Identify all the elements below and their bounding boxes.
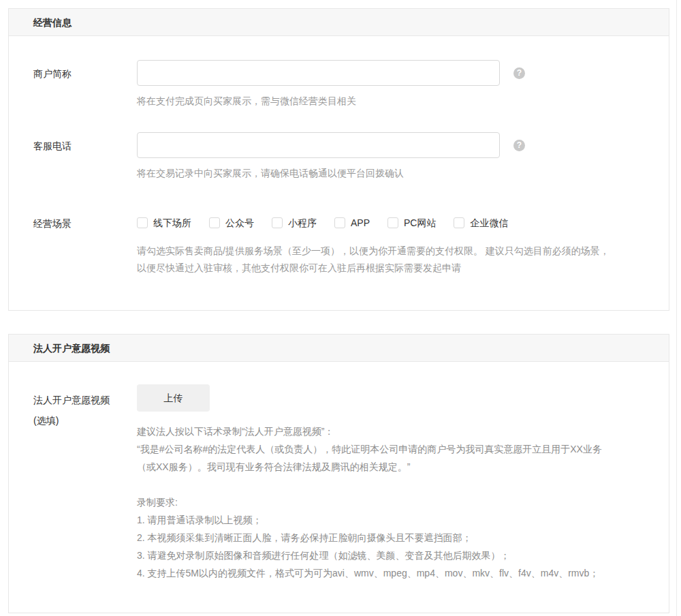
recording-requirement-1: 1. 请用普通话录制以上视频； [137,511,642,529]
checkbox-pc-website[interactable]: PC网站 [387,217,436,229]
checkbox-official-account[interactable]: 公众号 [209,217,254,229]
checkbox-pc-website-box[interactable] [387,217,398,228]
recording-requirement-4: 4. 支持上传5M以内的视频文件，格式可为可为avi、wmv、mpeg、mp4、… [137,564,642,582]
recording-requirements: 录制要求: 1. 请用普通话录制以上视频； 2. 本视频须采集到清晰正面人脸，请… [137,493,642,582]
business-scenario-note-line1: 请勾选实际售卖商品/提供服务场景（至少一项），以便为你开通需要的支付权限。 建议… [137,243,642,260]
checkbox-wecom-label: 企业微信 [470,217,508,229]
business-info-panel-title: 经营信息 [9,9,669,36]
checkbox-wecom[interactable]: 企业微信 [454,217,508,229]
checkbox-mini-program-label: 小程序 [288,217,317,229]
checkbox-official-account-box[interactable] [209,217,220,228]
service-phone-help-icon[interactable]: ? [513,140,525,151]
merchant-shortname-helper-text: 将在支付完成页向买家展示，需与微信经营类目相关 [137,94,642,108]
checkbox-offline-store[interactable]: 线下场所 [137,217,191,229]
legal-person-video-row: 法人开户意愿视频 (选填) 上传 建议法人按以下话术录制“法人开户意愿视频”： … [33,362,642,582]
merchant-shortname-row: 商户简称 ? 将在支付完成页向买家展示，需与微信经营类目相关 [33,60,642,108]
recording-requirement-3: 3. 请避免对录制原始图像和音频进行任何处理（如滤镜、美颜、变音及其他后期效果）… [137,546,642,564]
service-phone-label: 客服电话 [33,132,137,180]
checkbox-mini-program[interactable]: 小程序 [272,217,317,229]
checkbox-app[interactable]: APP [334,217,370,229]
business-scenario-options: 线下场所 公众号 小程序 APP [137,210,642,229]
recording-requirements-title: 录制要求: [137,493,642,511]
checkbox-pc-website-label: PC网站 [404,217,436,229]
checkbox-app-box[interactable] [334,217,345,228]
checkbox-official-account-label: 公众号 [225,217,254,229]
video-script-line1: “我是#公司名称#的法定代表人（或负责人），特此证明本公司申请的商户号为我司真实… [137,440,642,458]
recording-requirement-2: 2. 本视频须采集到清晰正面人脸，请务必保持正脸朝向摄像头且不要遮挡面部； [137,529,642,546]
checkbox-mini-program-box[interactable] [272,217,283,228]
merchant-shortname-label: 商户简称 [33,60,137,108]
checkbox-wecom-box[interactable] [454,217,464,228]
page-right-divider [676,0,677,616]
service-phone-input[interactable] [137,132,500,158]
business-scenario-label: 经营场景 [33,210,137,277]
legal-person-video-panel: 法人开户意愿视频 法人开户意愿视频 (选填) 上传 建议法人按以下话术录制“法人… [8,334,669,613]
business-scenario-note-line2: 以便尽快通过入驻审核，其他支付权限你可在入驻后再根据实际需要发起申请 [137,260,642,277]
legal-person-video-label-line1: 法人开户意愿视频 [33,390,137,410]
merchant-shortname-input[interactable] [137,60,500,86]
video-script-intro: 建议法人按以下话术录制“法人开户意愿视频”： [137,422,642,440]
service-phone-row: 客服电话 ? 将在交易记录中向买家展示，请确保电话畅通以便平台回拨确认 [33,132,642,180]
checkbox-app-label: APP [351,217,370,229]
legal-person-video-label: 法人开户意愿视频 (选填) [33,384,137,582]
business-info-panel: 经营信息 商户简称 ? 将在支付完成页向买家展示，需与微信经营类目相关 客服电话… [8,8,669,311]
business-scenario-row: 经营场景 线下场所 公众号 小程序 [33,210,642,277]
business-scenario-note: 请勾选实际售卖商品/提供服务场景（至少一项），以便为你开通需要的支付权限。 建议… [137,243,642,277]
checkbox-offline-store-box[interactable] [137,217,148,228]
service-phone-helper-text: 将在交易记录中向买家展示，请确保电话畅通以便平台回拨确认 [137,166,642,180]
legal-person-video-panel-title: 法人开户意愿视频 [9,335,669,362]
video-script-line2: （或XX服务）。我司现有业务符合法律法规及腾讯的相关规定。” [137,458,642,476]
upload-video-button[interactable]: 上传 [137,384,210,412]
merchant-shortname-help-icon[interactable]: ? [513,67,525,79]
video-script-instructions: 建议法人按以下话术录制“法人开户意愿视频”： “我是#公司名称#的法定代表人（或… [137,422,642,476]
legal-person-video-label-line2: (选填) [33,410,137,431]
checkbox-offline-store-label: 线下场所 [153,217,191,229]
